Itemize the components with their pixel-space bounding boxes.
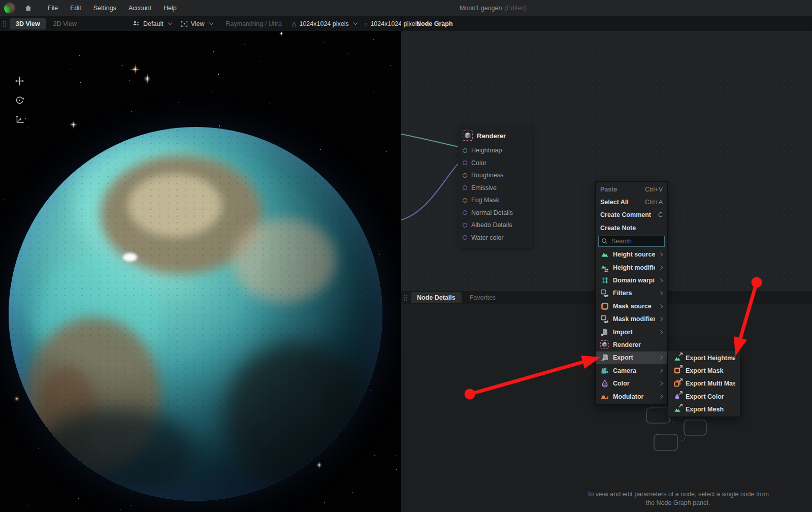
file-name: Moon1.geogen bbox=[460, 5, 502, 12]
chevron-right-icon bbox=[659, 330, 663, 334]
chevron-right-icon bbox=[659, 252, 663, 257]
context-menu: Paste Ctrl+V Select All Ctrl+A Create Co… bbox=[595, 181, 668, 405]
viewport-3d[interactable] bbox=[0, 31, 401, 512]
menu-item-create-note[interactable]: Create Note bbox=[596, 221, 667, 234]
export-multi-masks-icon bbox=[673, 379, 681, 388]
tab-favorites[interactable]: Favorites bbox=[464, 292, 502, 303]
shortcut-label: Ctrl+A bbox=[645, 199, 663, 206]
port-row-fog-mask: Fog Mask bbox=[458, 194, 533, 207]
modulator-icon bbox=[600, 392, 609, 401]
height-source-icon bbox=[600, 250, 609, 259]
renderer-node-header[interactable]: Renderer bbox=[458, 129, 533, 144]
menu-item-filters[interactable]: Filters bbox=[596, 287, 667, 300]
menu-item-export-mask[interactable]: Export Mask bbox=[668, 364, 740, 377]
app-logo-icon[interactable] bbox=[4, 3, 15, 14]
menu-item-export-heightmap[interactable]: Export Heightmap bbox=[668, 351, 740, 364]
menu-help[interactable]: Help bbox=[157, 0, 183, 16]
renderer-icon bbox=[600, 340, 609, 349]
preset-dropdown[interactable]: Default bbox=[133, 20, 172, 27]
import-icon bbox=[600, 328, 609, 336]
export-icon bbox=[600, 354, 609, 362]
port-row-water-color: Water color bbox=[458, 232, 533, 244]
color-icon bbox=[600, 379, 609, 388]
port-fog-mask[interactable] bbox=[463, 198, 467, 203]
port-row-color: Color bbox=[458, 157, 533, 170]
chevron-right-icon bbox=[659, 317, 663, 321]
menu-item-mask-modifier[interactable]: Mask modifier bbox=[596, 313, 667, 326]
renderer-node[interactable]: Renderer Heightmap Color Roughness Emiss… bbox=[458, 126, 533, 248]
port-normal-details[interactable] bbox=[463, 210, 467, 215]
drag-handle[interactable] bbox=[406, 20, 410, 27]
chevron-right-icon bbox=[659, 291, 663, 295]
port-color[interactable] bbox=[463, 161, 467, 165]
chevron-down-icon bbox=[168, 21, 172, 25]
menu-item-height-source[interactable]: Height source bbox=[596, 248, 667, 261]
menu-item-modulator[interactable]: Modulator bbox=[596, 390, 667, 403]
chevron-right-icon bbox=[659, 304, 663, 308]
menu-settings[interactable]: Settings bbox=[87, 0, 122, 16]
menu-item-domain-warping[interactable]: Domain warpi... bbox=[596, 274, 667, 286]
chevron-right-icon bbox=[659, 356, 663, 360]
menubar: File Edit Settings Account Help Moon1.ge… bbox=[0, 0, 812, 16]
shortcut-label: C bbox=[658, 211, 663, 218]
menu-item-export-color[interactable]: Export Color bbox=[668, 390, 740, 403]
chevron-down-icon bbox=[209, 21, 213, 25]
menu-item-import[interactable]: Import bbox=[596, 326, 667, 338]
chevron-right-icon bbox=[659, 394, 663, 398]
chevron-right-icon bbox=[659, 381, 663, 386]
node-graph-title: Node Graph bbox=[416, 20, 453, 27]
chevron-down-icon bbox=[353, 21, 358, 25]
preset-icon bbox=[133, 20, 140, 27]
scale-tool-icon[interactable] bbox=[14, 114, 24, 124]
move-tool-icon[interactable] bbox=[14, 76, 24, 86]
tab-2d-view[interactable]: 2D View bbox=[47, 18, 83, 29]
menu-item-export-mesh[interactable]: Export Mesh bbox=[668, 403, 740, 415]
port-albedo-details[interactable] bbox=[463, 223, 467, 228]
chevron-right-icon bbox=[659, 369, 663, 373]
triangle-icon: △ bbox=[292, 20, 296, 27]
render-mode-label[interactable]: Raymarching / Ultra bbox=[226, 20, 282, 27]
menu-item-height-modifier[interactable]: Height modifier bbox=[596, 261, 667, 274]
port-row-normal-details: Normal Details bbox=[458, 207, 533, 219]
port-water-color[interactable] bbox=[463, 235, 467, 240]
port-row-emissive: Emissive bbox=[458, 182, 533, 195]
menu-account[interactable]: Account bbox=[122, 0, 157, 16]
node-title: Renderer bbox=[477, 132, 506, 140]
node-graph-header: Node Graph bbox=[401, 16, 453, 31]
menu-item-color[interactable]: Color bbox=[596, 377, 667, 390]
orbit-tool-icon[interactable] bbox=[14, 95, 24, 105]
planet-render bbox=[9, 127, 382, 501]
heightmap-resolution-dropdown[interactable]: △ 1024x1024 pixels bbox=[292, 20, 357, 27]
home-icon[interactable] bbox=[21, 3, 35, 14]
cube-icon bbox=[463, 131, 473, 141]
empty-state-hint: To view and edit parameters of a node, s… bbox=[584, 490, 772, 507]
menu-item-export-multi-masks[interactable]: Export Multi Masks bbox=[668, 377, 740, 390]
view-dropdown[interactable]: View bbox=[181, 20, 213, 27]
menu-item-camera[interactable]: Camera bbox=[596, 364, 667, 377]
search-input[interactable] bbox=[598, 236, 665, 247]
menu-item-select-all[interactable]: Select All Ctrl+A bbox=[596, 196, 667, 208]
port-roughness[interactable] bbox=[463, 173, 467, 178]
circle-icon: ○ bbox=[364, 21, 368, 27]
menu-item-create-comment[interactable]: Create Comment C bbox=[596, 209, 667, 221]
port-row-heightmap: Heightmap bbox=[458, 144, 533, 157]
menu-item-renderer[interactable]: Renderer bbox=[596, 338, 667, 351]
tab-node-details[interactable]: Node Details bbox=[411, 292, 462, 303]
drag-handle[interactable] bbox=[403, 294, 408, 301]
menu-item-paste[interactable]: Paste Ctrl+V bbox=[596, 183, 667, 196]
filters-icon bbox=[600, 289, 609, 298]
view-icon bbox=[181, 20, 188, 27]
tab-3d-view[interactable]: 3D View bbox=[10, 18, 46, 29]
port-emissive[interactable] bbox=[463, 185, 467, 190]
menu-item-mask-source[interactable]: Mask source bbox=[596, 300, 667, 312]
toolbar: 3D View 2D View Default View Raymarching… bbox=[0, 16, 812, 31]
drag-handle[interactable] bbox=[2, 20, 7, 27]
export-mask-icon bbox=[673, 366, 681, 375]
menu-file[interactable]: File bbox=[42, 0, 64, 16]
menu-edit[interactable]: Edit bbox=[64, 0, 87, 16]
menu-item-export[interactable]: Export bbox=[596, 351, 667, 364]
port-heightmap[interactable] bbox=[463, 148, 467, 153]
edited-badge: (Edited) bbox=[504, 5, 527, 12]
chevron-right-icon bbox=[659, 278, 663, 282]
port-row-roughness: Roughness bbox=[458, 169, 533, 182]
